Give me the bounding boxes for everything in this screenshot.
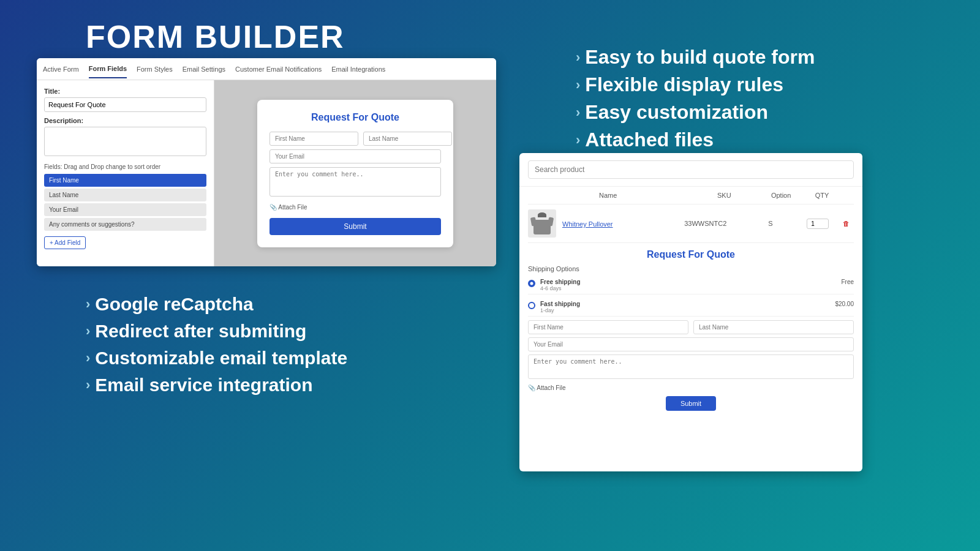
col-header-qty: QTY [804,192,840,199]
col-header-option: Option [758,192,804,199]
preview-form-title: Request For Quote [270,112,441,123]
rfq-email-input[interactable] [528,337,854,351]
product-table: Name SKU Option QTY Whitney Pullover 33W… [519,187,862,243]
feature-bottom-item-2: › Redirect after submiting [86,321,347,342]
product-delete-button[interactable]: 🗑 [839,220,854,227]
tab-email-integrations[interactable]: Email Integrations [331,61,385,78]
col-header-sku: SKU [690,192,758,199]
shipping-info-free: Free shipping 4-6 days [540,279,841,291]
feature-bottom-item-4: › Email service integration [86,375,347,395]
chevron-icon: › [576,77,580,93]
feature-bottom-item-1: › Google reCaptcha [86,294,347,315]
shipping-radio-fast[interactable] [528,302,535,309]
shipping-option-fast: Fast shipping 1-day $20.00 [528,298,854,317]
product-qty [797,219,839,229]
tab-form-styles[interactable]: Form Styles [137,61,173,78]
table-row: Whitney Pullover 33WWSNTC2 S 🗑 [528,204,854,243]
product-option: S [745,220,797,227]
field-item-comments[interactable]: Any comments or suggestions? [44,218,206,231]
shipping-options-title: Shipping Options [528,265,854,272]
sweater-icon [531,212,553,234]
title-label: Title: [44,88,206,95]
shipping-days-free: 4-6 days [540,285,841,291]
preview-lastname-input[interactable] [363,132,452,146]
shipping-days-fast: 1-day [540,307,835,313]
preview-firstname-input[interactable] [270,132,358,146]
chevron-icon: › [86,377,90,393]
feature-bottom-item-3: › Customizable email template [86,348,347,369]
product-image [528,209,556,238]
rfq-comment-textarea[interactable] [528,354,854,379]
preview-email-input[interactable] [270,149,441,163]
form-preview-panel: Request For Quote 📎 Attach File Submit [214,80,496,266]
features-top-list: › Easy to build quote form › Flexible di… [576,46,815,156]
feature-top-item-4: › Attached files [576,129,815,151]
rfq-lastname-input[interactable] [693,320,854,334]
preview-card: Request For Quote 📎 Attach File Submit [257,100,453,247]
form-fields-panel: Title: Description: Fields: Drag and Dro… [37,80,214,266]
shipping-radio-free[interactable] [528,280,535,287]
product-name-link[interactable]: Whitney Pullover [562,220,613,228]
shipping-price-fast: $20.00 [835,301,854,307]
rfq-firstname-input[interactable] [528,320,688,334]
chevron-icon: › [576,132,580,148]
fields-drag-label: Fields: Drag and Drop change to sort ord… [44,163,206,170]
screenshot-body: Title: Description: Fields: Drag and Dro… [37,80,496,266]
rfq-section: Request For Quote Shipping Options Free … [519,243,862,411]
tab-email-settings[interactable]: Email Settings [183,61,225,78]
form-builder-tabs: Active Form Form Fields Form Styles Emai… [37,58,496,80]
feature-top-item-3: › Easy customization [576,101,815,124]
field-item-firstname[interactable]: First Name [44,174,206,187]
shipping-name-free: Free shipping [540,279,841,285]
product-sku: 33WWSNTC2 [666,220,745,227]
rfq-form-title: Request For Quote [528,249,854,260]
rfq-submit-button[interactable]: Submit [666,396,716,411]
qty-input[interactable] [807,219,829,229]
description-label: Description: [44,117,206,124]
feature-top-item-2: › Flexible display rules [576,73,815,96]
field-item-email[interactable]: Your Email [44,203,206,216]
shipping-info-fast: Fast shipping 1-day [540,301,835,313]
preview-name-row [270,132,441,146]
product-screenshot: Name SKU Option QTY Whitney Pullover 33W… [519,153,862,471]
chevron-icon: › [576,105,580,121]
col-header-name: Name [562,192,690,199]
product-search-input[interactable] [528,160,854,179]
title-input[interactable] [44,97,206,112]
add-field-button[interactable]: + Add Field [44,236,86,249]
description-textarea[interactable] [44,127,206,156]
chevron-icon: › [86,350,90,366]
features-bottom-list: › Google reCaptcha › Redirect after subm… [86,294,347,402]
form-builder-screenshot: Active Form Form Fields Form Styles Emai… [37,58,496,266]
tab-customer-email[interactable]: Customer Email Notifications [235,61,322,78]
shipping-price-free: Free [841,279,854,285]
preview-submit-button[interactable]: Submit [270,218,441,235]
shipping-option-free: Free shipping 4-6 days Free [528,276,854,294]
chevron-icon: › [86,323,90,339]
rfq-name-row [528,320,854,334]
product-search-bar [519,153,862,187]
page-title: FORM BUILDER [86,18,345,55]
tab-active-form[interactable]: Active Form [43,61,79,78]
chevron-icon: › [576,50,580,66]
shipping-name-fast: Fast shipping [540,301,835,307]
field-item-lastname[interactable]: Last Name [44,189,206,201]
feature-top-item-1: › Easy to build quote form [576,46,815,69]
chevron-icon: › [86,296,90,312]
preview-comment-textarea[interactable] [270,167,441,197]
table-header: Name SKU Option QTY [528,187,854,204]
preview-attach-label: 📎 Attach File [270,204,441,211]
tab-form-fields[interactable]: Form Fields [89,60,127,78]
rfq-attach-label: 📎 Attach File [528,384,854,391]
